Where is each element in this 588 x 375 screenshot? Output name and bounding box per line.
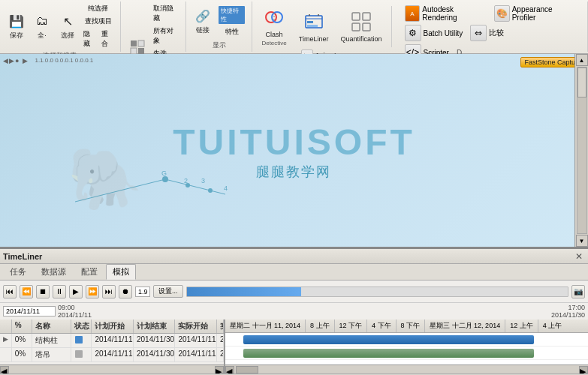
toolbar-section-visibility: 取消隐藏 所有对象 先选择： 先选择： 可见性 [121, 2, 186, 52]
panel-close-button[interactable]: ✕ [573, 251, 585, 262]
table-row[interactable]: ▶ 0% 结构柱 2014/11/11 2014/11/30 2014/11/1… [0, 334, 224, 348]
timeliner-button[interactable]: TimeLiner [294, 8, 333, 45]
row1-status-dot [75, 336, 83, 344]
scroll-down-btn[interactable]: ▼ [576, 235, 588, 247]
stop-button[interactable]: ⏹ [36, 285, 50, 298]
svg-rect-15 [363, 23, 370, 31]
timeline-scrollbar-h[interactable]: ◀ ▶ [225, 364, 588, 374]
save-button[interactable]: 💾 保存 [5, 10, 29, 42]
tool-row-1: A Autodesk Rendering 🎨 Appearance Profil… [403, 4, 577, 22]
table-row[interactable]: 0% 塔吊 2014/11/11 2014/11/30 2014/11/11 2… [0, 348, 224, 362]
find-button[interactable]: 查找项目 [81, 16, 116, 27]
scroll-thumb[interactable] [577, 68, 586, 98]
start-date-input[interactable] [3, 306, 56, 316]
row2-actual-start: 2014/11/11 [175, 348, 217, 362]
table-header: % 名称 状态 计划开始 计划结束 实际开始 实际结 [0, 320, 224, 334]
clash-sub: Detective [261, 40, 286, 46]
th-plan-end: 计划结束 [134, 320, 176, 333]
rewind-button[interactable]: ⏮ [3, 285, 17, 298]
th-actual-end: 实际结 [217, 320, 224, 333]
batch-icon: ⚙ [405, 25, 421, 41]
fwd-step-button[interactable]: ⏩ [86, 285, 99, 298]
tab-config[interactable]: 配置 [74, 264, 104, 280]
tl-date-1: 星期二 十一月 11, 2014 [225, 320, 306, 332]
svg-rect-13 [363, 13, 370, 20]
table-scrollbar-h[interactable]: ◀ ▶ [0, 364, 224, 374]
camera-button[interactable]: 📷 [571, 285, 585, 298]
row2-expand[interactable] [0, 348, 12, 362]
quantification-button[interactable]: Quantification [336, 8, 386, 45]
autodesk-rendering-button[interactable]: A Autodesk Rendering [403, 4, 489, 22]
forward-button[interactable]: ⏭ [102, 285, 116, 298]
svg-text:4: 4 [224, 184, 228, 192]
property-label: 特性 [225, 27, 239, 37]
timeline-body [225, 333, 588, 364]
progress-bar [186, 286, 568, 297]
main-viewport: ◀▶●▶ 1.1.0.0 0.0.0.1 0.0.0.1 FastStone C… [0, 54, 588, 248]
play-button[interactable]: ▶ [69, 285, 83, 298]
tl-label-4pm: 4 下午 [367, 320, 397, 332]
link-button[interactable]: 🔗 链接 [191, 5, 215, 37]
tl-scroll-thumb[interactable] [236, 366, 258, 374]
svg-rect-0 [131, 40, 137, 46]
svg-rect-3 [138, 48, 144, 54]
tab-tasks[interactable]: 任务 [3, 264, 33, 280]
settings-button[interactable]: 设置... [153, 285, 183, 298]
tl-scroll-left[interactable]: ◀ [225, 366, 234, 374]
right-tools-panel: A Autodesk Rendering 🎨 Appearance Profil… [397, 3, 583, 50]
find-label: 查找项目 [85, 16, 112, 26]
pause-button[interactable]: ⏸ [53, 285, 66, 298]
display-section-label: 显示 [213, 39, 226, 50]
end-time: 17:00 [551, 304, 585, 311]
filter-button[interactable]: 纯选择 [81, 3, 116, 14]
hide-label: 隐藏 [83, 29, 95, 49]
scroll-up-btn[interactable]: ▲ [576, 54, 588, 66]
cursor-icon: ↖ [59, 12, 77, 30]
back-step-button[interactable]: ⏪ [20, 285, 33, 298]
tl-label-12pm: 12 下午 [335, 320, 368, 332]
row1-expand[interactable]: ▶ [0, 334, 12, 347]
unhide-button[interactable]: 取消隐藏 [151, 3, 181, 24]
svg-rect-1 [138, 40, 144, 46]
clash-detective-button[interactable]: Clash Detective [257, 3, 291, 49]
batch-utility-button[interactable]: ⚙ Batch Utility [403, 24, 466, 42]
main-toolbar: 💾 保存 🗂 全· ↖ 选择 纯选择 查找项目 隐藏 [0, 0, 588, 54]
appearance-icon: 🎨 [494, 5, 510, 22]
hide-button[interactable]: 隐藏 [81, 28, 98, 50]
merge-button[interactable]: 重合 [99, 28, 116, 50]
th-actual-start: 实际开始 [175, 320, 217, 333]
select-button[interactable]: ↖ 选择 [56, 10, 80, 42]
end-time-section: 17:00 2014/11/30 [551, 304, 585, 319]
progress-fill [187, 287, 301, 296]
svg-rect-12 [352, 13, 360, 20]
th-percent: % [12, 320, 32, 333]
timeline-row-2 [225, 346, 588, 360]
3d-model-lines: G 2 3 4 [75, 157, 300, 217]
all-button[interactable]: 🗂 全· [30, 10, 54, 42]
end-date: 2014/11/30 [551, 311, 585, 319]
compare-button[interactable]: ⇔ 比较 [468, 24, 506, 42]
viewport-scrollbar-v[interactable]: ▲ ▼ [574, 54, 588, 247]
nav-arrows: ◀▶●▶ 1.1.0.0 0.0.0.1 0.0.0.1 [3, 57, 93, 64]
row2-actual-end: 2014/11/ [217, 348, 224, 362]
tl-date-2: 星期三 十二月 12, 2014 [425, 320, 505, 332]
th-plan-start: 计划开始 [92, 320, 134, 333]
clash-icon [262, 5, 286, 29]
record-button[interactable]: ⏺ [119, 285, 132, 298]
shortcut-button[interactable]: 快捷特性 [216, 5, 248, 25]
tl-scroll-right[interactable]: ▶ [579, 366, 588, 374]
tab-datasource[interactable]: 数据源 [35, 264, 73, 280]
appearance-profiler-button[interactable]: 🎨 Appearance Profiler [492, 4, 577, 22]
start-display: 2014/11/11 [58, 311, 92, 319]
link-icon: 🔗 [194, 7, 212, 25]
allobjects-button[interactable]: 所有对象 [151, 26, 181, 46]
scroll-left-btn[interactable]: ◀ [0, 366, 9, 374]
row2-plan-end: 2014/11/30 [134, 348, 176, 362]
property-button[interactable]: 特性 [216, 26, 248, 38]
tab-simulate[interactable]: 模拟 [106, 264, 136, 280]
row1-actual-end: 2014/11/ [217, 334, 224, 347]
row2-status-dot [75, 350, 83, 358]
scroll-right-btn[interactable]: ▶ [215, 366, 224, 374]
svg-point-18 [162, 176, 168, 182]
datetime-row: 09:00 2014/11/11 17:00 2014/11/30 [0, 303, 588, 320]
